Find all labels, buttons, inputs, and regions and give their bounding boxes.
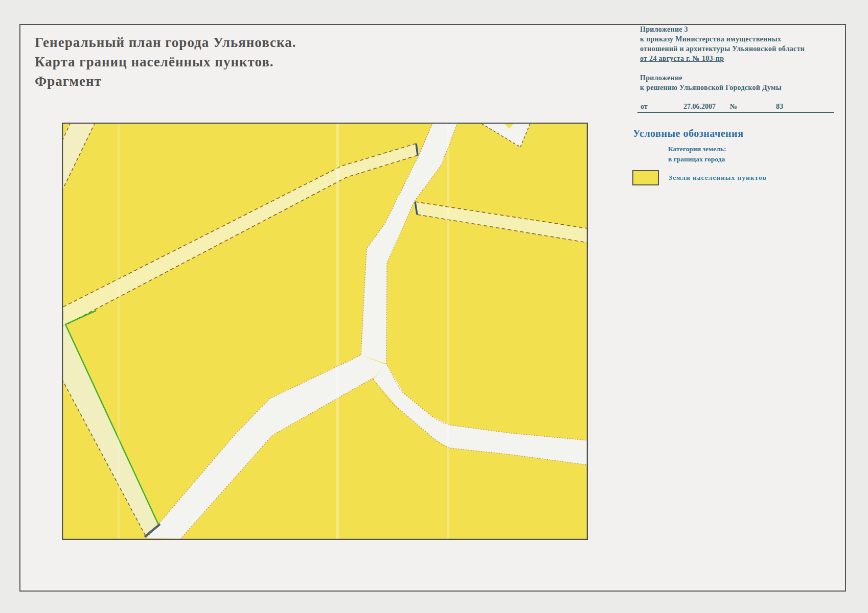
stamp-date: 27.06.2007 — [683, 103, 716, 111]
scan-streak — [336, 123, 339, 540]
stamp-line: отношений и архитектуры Ульяновской обла… — [640, 44, 839, 54]
legend-item-label: Земли населенных пунктов — [669, 174, 767, 182]
stamp-date-row: от 27.06.2007 № 83 — [637, 101, 834, 113]
stamp-line: Приложение 3 — [640, 25, 839, 34]
stamp-number: 83 — [776, 103, 783, 111]
page-title-line-2: Карта границ населённых пунктов. — [35, 52, 296, 72]
stamp-line: к приказу Министерства имущественных — [640, 34, 839, 44]
stamp-number-sign: № — [730, 103, 737, 111]
stamp-line: к решению Ульяновской Городской Думы — [640, 83, 839, 92]
stamp-appendix-3: Приложение 3 к приказу Министерства имущ… — [640, 25, 839, 63]
legend-subtitle-categories: Категории земель: — [668, 145, 726, 153]
map-canvas — [62, 123, 588, 540]
page-title-line-1: Генеральный план города Ульяновска. — [35, 33, 296, 52]
legend-title: Условные обозначения — [633, 128, 743, 139]
stamp-from-label: от — [641, 103, 648, 111]
stamp-line-underlined: от 24 августа г. № 103-пр — [640, 54, 839, 63]
scan-streak — [447, 123, 449, 540]
page-title: Генеральный план города Ульяновска. Карт… — [35, 33, 296, 91]
page-title-line-3: Фрагмент — [35, 72, 296, 91]
scanned-map-page: Генеральный план города Ульяновска. Карт… — [0, 0, 868, 613]
scan-streak — [118, 123, 120, 540]
stamp-line: Приложение — [640, 73, 839, 83]
stamp-appendix-duma: Приложение к решению Ульяновской Городск… — [640, 73, 839, 92]
legend-swatch-settlement-lands — [632, 170, 659, 185]
legend-subtitle-city-limits: в границах города — [668, 155, 725, 163]
